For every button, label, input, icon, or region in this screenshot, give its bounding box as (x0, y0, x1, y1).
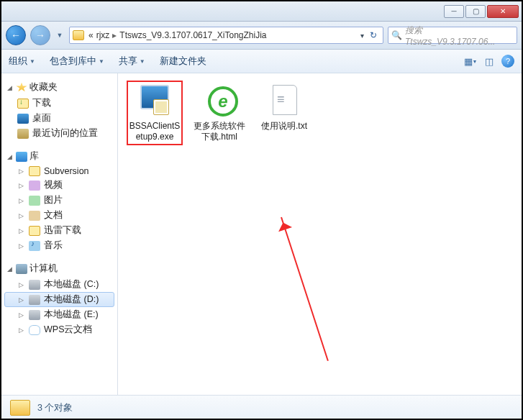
titlebar: ─ ▢ ✕ (1, 1, 522, 22)
favorites-group[interactable]: ◢ 收藏夹 (4, 79, 114, 96)
expand-icon[interactable]: ▷ (17, 168, 25, 175)
folder-icon (29, 226, 40, 236)
breadcrumb-separator: ▸ (111, 30, 118, 40)
file-name: BSSAClientSetup9.exe (128, 121, 181, 142)
expand-icon[interactable]: ▷ (17, 211, 25, 219)
desktop-icon (17, 114, 29, 124)
expand-icon[interactable]: ▷ (17, 280, 25, 288)
sidebar-item-downloads[interactable]: 下载 (4, 96, 114, 111)
expand-icon[interactable]: ▷ (17, 196, 25, 204)
share-menu[interactable]: 共享▼ (119, 55, 145, 68)
file-item[interactable]: 使用说明.txt (256, 81, 312, 134)
search-input[interactable]: 🔍 搜索 Ttswzs_V9.3.1707.06... (388, 27, 517, 44)
folder-icon (29, 166, 40, 176)
close-button[interactable]: ✕ (487, 5, 519, 18)
star-icon (16, 83, 27, 93)
file-name: 使用说明.txt (258, 121, 311, 132)
navigation-bar: ← → ▼ « rjxz ▸ Ttswzs_V9.3.1707.0617_XiT… (1, 22, 522, 50)
sidebar-item-pictures[interactable]: ▷图片 (4, 193, 114, 208)
forward-button[interactable]: → (30, 25, 50, 45)
help-button[interactable]: ? (501, 55, 514, 68)
computer-icon (16, 264, 27, 274)
expand-icon[interactable]: ▷ (17, 296, 25, 303)
expand-icon[interactable]: ▷ (17, 242, 25, 250)
drive-icon (29, 295, 40, 305)
new-folder-button[interactable]: 新建文件夹 (160, 55, 206, 68)
sidebar-item-music[interactable]: ▷音乐 (4, 238, 114, 253)
sidebar-item-recent[interactable]: 最近访问的位置 (4, 126, 114, 141)
computer-group[interactable]: ◢ 计算机 (4, 260, 114, 277)
back-button[interactable]: ← (6, 25, 26, 45)
expand-icon[interactable]: ▷ (17, 181, 25, 189)
sidebar: ◢ 收藏夹 下载 桌面 最近访问的位置 ◢ 库 ▷Subversion ▷视频 … (1, 73, 118, 395)
collapse-icon[interactable]: ◢ (6, 152, 14, 160)
exe-icon (137, 83, 172, 118)
drive-icon (29, 280, 40, 290)
search-placeholder: 搜索 Ttswzs_V9.3.1707.06... (405, 24, 514, 47)
file-item[interactable]: BSSAClientSetup9.exe (127, 81, 183, 145)
nav-history-dropdown[interactable]: ▼ (55, 25, 65, 45)
status-text: 3 个对象 (37, 402, 73, 414)
file-item[interactable]: 更多系统软件下载.html (191, 81, 247, 145)
drive-icon (29, 310, 40, 320)
sidebar-item-xunlei[interactable]: ▷迅雷下载 (4, 223, 114, 238)
file-name: 更多系统软件下载.html (193, 121, 246, 142)
maximize-button[interactable]: ▢ (465, 5, 486, 18)
folder-icon (10, 400, 30, 416)
sidebar-item-wps-cloud[interactable]: ▷WPS云文档 (4, 322, 114, 337)
sidebar-item-subversion[interactable]: ▷Subversion (4, 165, 114, 178)
breadcrumb-rjxz[interactable]: rjxz (95, 30, 112, 40)
sidebar-item-drive-e[interactable]: ▷本地磁盘 (E:) (4, 307, 114, 322)
sidebar-item-drive-c[interactable]: ▷本地磁盘 (C:) (4, 277, 114, 292)
view-options-button[interactable]: ▦▼ (464, 55, 477, 67)
expand-icon[interactable]: ▷ (17, 227, 25, 234)
address-bar[interactable]: « rjxz ▸ Ttswzs_V9.3.1707.0617_XiTongZhi… (69, 27, 383, 44)
refresh-button[interactable]: ↻ (367, 30, 380, 40)
documents-icon (29, 211, 40, 221)
html-icon (202, 83, 237, 118)
video-icon (29, 181, 40, 191)
collapse-icon[interactable]: ◢ (6, 265, 14, 273)
include-library-menu[interactable]: 包含到库中▼ (50, 55, 104, 68)
annotation-arrow (281, 217, 329, 361)
preview-pane-button[interactable]: ◫ (483, 55, 496, 67)
breadcrumb-folder[interactable]: Ttswzs_V9.3.1707.0617_XiTongZhiJia (118, 30, 268, 40)
libraries-group[interactable]: ◢ 库 (4, 148, 114, 165)
file-list-pane[interactable]: BSSAClientSetup9.exe更多系统软件下载.html使用说明.tx… (118, 73, 522, 395)
breadcrumb-back[interactable]: « (87, 30, 95, 40)
expand-icon[interactable]: ▷ (17, 326, 25, 334)
address-dropdown[interactable]: ▾ (358, 32, 367, 40)
music-icon (29, 241, 40, 251)
txt-icon (267, 83, 301, 118)
minimize-button[interactable]: ─ (444, 5, 464, 18)
expand-icon[interactable]: ▷ (17, 311, 25, 319)
toolbar: 组织▼ 包含到库中▼ 共享▼ 新建文件夹 ▦▼ ◫ ? (1, 50, 522, 73)
downloads-icon (17, 99, 29, 109)
library-icon (16, 152, 27, 162)
sidebar-item-drive-d[interactable]: ▷本地磁盘 (D:) (4, 292, 114, 307)
organize-menu[interactable]: 组织▼ (9, 55, 35, 68)
recent-icon (17, 129, 29, 139)
status-bar: 3 个对象 (1, 395, 522, 420)
pictures-icon (29, 196, 40, 206)
sidebar-item-documents[interactable]: ▷文档 (4, 208, 114, 223)
folder-icon (73, 30, 84, 40)
sidebar-item-video[interactable]: ▷视频 (4, 178, 114, 193)
cloud-icon (29, 325, 40, 335)
sidebar-item-desktop[interactable]: 桌面 (4, 111, 114, 126)
collapse-icon[interactable]: ◢ (6, 83, 14, 91)
search-icon: 🔍 (391, 30, 402, 40)
